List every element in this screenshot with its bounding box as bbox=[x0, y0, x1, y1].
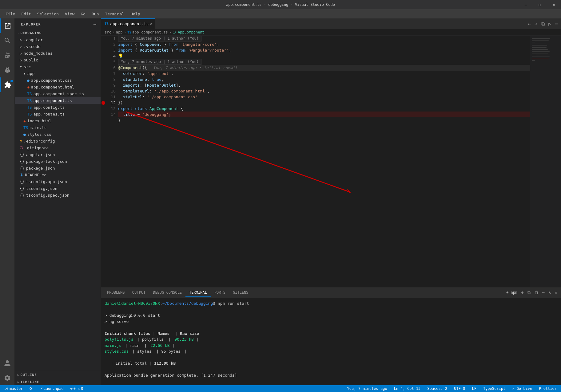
tab-ports[interactable]: PORTS bbox=[211, 288, 229, 297]
status-git-blame[interactable]: You, 7 minutes ago bbox=[345, 386, 389, 391]
status-branch[interactable]: ⎇ master bbox=[2, 386, 25, 391]
status-errors[interactable]: ⊗ 0 ⚠ 0 bbox=[69, 386, 85, 391]
sidebar-item-styles-css[interactable]: ● styles.css bbox=[15, 131, 101, 138]
extensions-activity-icon[interactable] bbox=[0, 77, 15, 92]
breadcrumb-src[interactable]: src bbox=[105, 30, 111, 34]
status-sync[interactable]: ⟳ bbox=[28, 386, 35, 391]
sidebar-item-app-component-spec-ts[interactable]: TS app.component.spec.ts bbox=[15, 90, 101, 97]
sidebar-item-tsconfig-spec-json[interactable]: {} tsconfig.spec.json bbox=[15, 192, 101, 198]
code-line-2: import { RouterOutlet } from '@angular/r… bbox=[118, 47, 530, 53]
sidebar-item-tsconfig-app-json[interactable]: {} tsconfig.app.json bbox=[15, 178, 101, 185]
sidebar-item-src[interactable]: ▾ src bbox=[15, 63, 101, 70]
status-bar: ⎇ master ⟳ ⚡ Launchpad ⊗ 0 ⚠ 0 You, 7 mi… bbox=[0, 385, 561, 392]
menu-edit[interactable]: Edit bbox=[18, 10, 34, 18]
split-editor-button[interactable]: ⧉ bbox=[539, 20, 547, 28]
more-actions-button[interactable]: ⋯ bbox=[553, 20, 560, 28]
terminal-line-blank1 bbox=[105, 324, 557, 331]
menu-terminal[interactable]: Terminal bbox=[102, 10, 128, 18]
sidebar-more-icon[interactable]: ⋯ bbox=[94, 22, 97, 27]
breadcrumb-file[interactable]: app.component.ts bbox=[132, 30, 168, 34]
menu-view[interactable]: View bbox=[62, 10, 78, 18]
tab-debug-console[interactable]: DEBUG CONSOLE bbox=[149, 288, 185, 297]
collapse-terminal-button[interactable]: ∧ bbox=[547, 290, 552, 295]
code-line-11: export class AppComponent { bbox=[118, 106, 530, 112]
sidebar-item-vscode[interactable]: ▷ .vscode bbox=[15, 43, 101, 50]
code-lines[interactable]: You, 7 minutes ago | 1 author (You) impo… bbox=[117, 36, 530, 287]
terminal-content[interactable]: daniel@daniel-NUC9i7QNX:~/Documents/debu… bbox=[101, 298, 561, 385]
breadcrumb-class[interactable]: ⬡ AppComponent bbox=[173, 30, 205, 34]
outline-section[interactable]: ▷ OUTLINE bbox=[15, 371, 101, 378]
window-controls: — □ ✕ bbox=[519, 0, 561, 9]
status-eol[interactable]: LF bbox=[470, 386, 478, 391]
sidebar-item-app-component-ts[interactable]: TS app.component.ts bbox=[15, 97, 101, 104]
breadcrumb-app[interactable]: app bbox=[116, 30, 123, 34]
more-terminal-button[interactable]: ⋯ bbox=[541, 290, 546, 295]
sidebar-item-tsconfig-json[interactable]: {} tsconfig.json bbox=[15, 185, 101, 192]
sidebar-item-app-component-html[interactable]: ◈ app.component.html bbox=[15, 84, 101, 90]
close-button[interactable]: ✕ bbox=[547, 0, 561, 9]
sidebar-item-app[interactable]: ▾ app bbox=[15, 70, 101, 77]
account-activity-icon[interactable] bbox=[0, 356, 15, 370]
status-prettier[interactable]: Prettier bbox=[537, 386, 559, 391]
md-file-icon: ① bbox=[20, 173, 23, 177]
code-editor[interactable]: 1 2 3 4 5 6 7 8 9 10 11 12 13 14 bbox=[101, 36, 561, 287]
sidebar-item-app-routes-ts[interactable]: TS app.routes.ts bbox=[15, 111, 101, 117]
sidebar-item-node-modules[interactable]: ▷ node_modules bbox=[15, 50, 101, 57]
sidebar-item-app-component-css[interactable]: ● app.component.css bbox=[15, 77, 101, 84]
go-forward-button[interactable]: → bbox=[533, 20, 539, 28]
trash-terminal-button[interactable]: 🗑 bbox=[533, 290, 540, 295]
status-launchpad[interactable]: ⚡ Launchpad bbox=[38, 386, 65, 391]
menu-bar: File Edit Selection View Go Run Terminal… bbox=[0, 9, 561, 18]
terminal-stylescss: styles.css | styles | 95 bytes | bbox=[105, 348, 557, 355]
status-cursor[interactable]: Ln 4, Col 13 bbox=[392, 386, 423, 391]
folder-icon: ▷ bbox=[20, 37, 22, 42]
tab-problems[interactable]: PROBLEMS bbox=[103, 288, 129, 297]
sidebar-item-editorconfig[interactable]: ⚙ .editorconfig bbox=[15, 138, 101, 144]
status-spaces[interactable]: Spaces: 2 bbox=[425, 386, 449, 391]
search-activity-icon[interactable] bbox=[0, 33, 15, 48]
status-encoding[interactable]: UTF-8 bbox=[452, 386, 467, 391]
menu-run[interactable]: Run bbox=[89, 10, 102, 18]
maximize-button[interactable]: □ bbox=[533, 0, 547, 9]
explorer-activity-icon[interactable] bbox=[0, 18, 15, 33]
sidebar-item-angular-json[interactable]: {} angular.json bbox=[15, 151, 101, 158]
close-terminal-button[interactable]: ✕ bbox=[554, 290, 559, 295]
sidebar-item-public[interactable]: ▷ public bbox=[15, 57, 101, 63]
sidebar-item-app-config-ts[interactable]: TS app.config.ts bbox=[15, 104, 101, 111]
tab-output[interactable]: OUTPUT bbox=[129, 288, 149, 297]
menu-selection[interactable]: Selection bbox=[34, 10, 62, 18]
status-language[interactable]: TypeScript bbox=[481, 386, 507, 391]
minimize-button[interactable]: — bbox=[519, 0, 533, 9]
svg-rect-12 bbox=[532, 55, 536, 55]
sidebar-item-gitignore[interactable]: ⎔ .gitignore bbox=[15, 144, 101, 151]
editor-tab-app-component-ts[interactable]: TS app.component.ts ✕ bbox=[101, 18, 155, 29]
json-file-icon: {} bbox=[20, 166, 25, 171]
split-terminal-button[interactable]: ⧉ bbox=[526, 290, 532, 295]
timeline-section[interactable]: ▷ TIMELINE bbox=[15, 378, 101, 385]
tab-close-button[interactable]: ✕ bbox=[148, 22, 153, 26]
debug-activity-icon[interactable] bbox=[0, 63, 15, 77]
menu-go[interactable]: Go bbox=[78, 10, 89, 18]
code-line-12: title = 'debugging' ; bbox=[118, 112, 530, 117]
breadcrumb-ts-icon: TS bbox=[127, 30, 131, 34]
sidebar-item-angular[interactable]: ▷ .angular bbox=[15, 36, 101, 43]
menu-help[interactable]: Help bbox=[127, 10, 143, 18]
tab-gitlens[interactable]: GITLENS bbox=[229, 288, 252, 297]
go-back-button[interactable]: ← bbox=[526, 20, 533, 28]
source-control-activity-icon[interactable] bbox=[0, 48, 15, 63]
settings-activity-icon[interactable] bbox=[0, 370, 15, 385]
launchpad-icon: ⚡ bbox=[40, 386, 42, 391]
sidebar-section-debugging[interactable]: ▾ DEBUGGING bbox=[15, 29, 101, 36]
sidebar-item-readme[interactable]: ① README.md bbox=[15, 171, 101, 178]
sidebar-item-index-html[interactable]: ◈ index.html bbox=[15, 117, 101, 124]
tab-terminal[interactable]: TERMINAL bbox=[185, 288, 211, 297]
new-terminal-button[interactable]: + bbox=[520, 290, 525, 295]
sidebar-item-main-ts[interactable]: TS main.ts bbox=[15, 124, 101, 131]
status-golive[interactable]: ⚡ Go Live bbox=[510, 386, 534, 391]
gutter-line-12: 12 bbox=[101, 100, 117, 106]
sidebar-item-package-lock-json[interactable]: {} package-lock.json bbox=[15, 158, 101, 165]
sidebar-item-package-json[interactable]: {} package.json bbox=[15, 165, 101, 171]
run-debug-button[interactable]: ▷ bbox=[547, 20, 553, 28]
sync-icon: ⟳ bbox=[30, 386, 33, 391]
menu-file[interactable]: File bbox=[2, 10, 18, 18]
